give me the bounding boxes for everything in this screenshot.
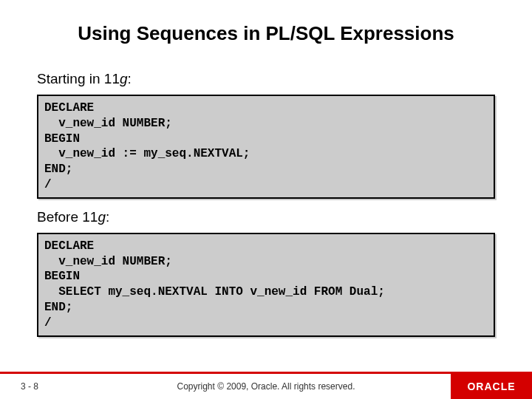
section2-codeblock: DECLARE v_new_id NUMBER; BEGIN SELECT my… <box>37 233 495 337</box>
slide: Using Sequences in PL/SQL Expressions St… <box>0 0 532 399</box>
slide-title: Using Sequences in PL/SQL Expressions <box>0 0 532 52</box>
section2-label-italic: g <box>98 209 106 225</box>
page-number: 3 - 8 <box>21 381 38 392</box>
oracle-logo: ORACLE <box>451 374 532 399</box>
section1-label: Starting in 11g: <box>37 71 495 87</box>
section1-codeblock: DECLARE v_new_id NUMBER; BEGIN v_new_id … <box>37 95 495 199</box>
section2-label-suffix: : <box>106 209 109 225</box>
slide-content: Starting in 11g: DECLARE v_new_id NUMBER… <box>0 52 532 337</box>
section1-label-prefix: Starting in 11 <box>37 71 120 86</box>
section2-label: Before 11g: <box>37 209 495 225</box>
footer: 3 - 8 Copyright © 2009, Oracle. All righ… <box>0 374 532 399</box>
section1-label-italic: g <box>120 71 128 86</box>
section1-label-suffix: : <box>128 71 132 86</box>
section2-label-prefix: Before 11 <box>37 209 98 225</box>
